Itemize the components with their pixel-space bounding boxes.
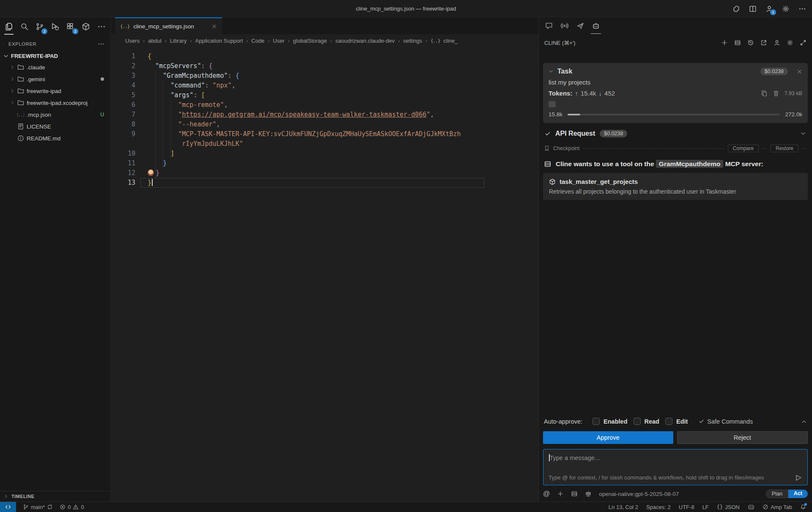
eol-sequence[interactable]: LF xyxy=(702,504,709,510)
mention-icon[interactable]: @ xyxy=(543,490,550,498)
code-editor[interactable]: 1{2 "mcpServers": {3 "GramMcpauthdemo": … xyxy=(111,47,538,188)
tree-item-readme-md[interactable]: README.md xyxy=(0,132,110,144)
auto-approve-option-edit[interactable]: Edit xyxy=(665,418,688,425)
files-activity-icon[interactable] xyxy=(4,22,14,32)
copy-icon[interactable] xyxy=(761,90,768,97)
checkbox[interactable] xyxy=(665,418,672,425)
breadcrumb-item[interactable]: Code xyxy=(251,38,264,44)
problems-item[interactable]: 0 0 xyxy=(60,504,84,510)
tree-item--mcp-json[interactable]: {..}.mcp.jsonU xyxy=(0,109,110,120)
code-line[interactable]: rIyYmJpduLKJhLK" xyxy=(111,139,538,149)
tree-item-license[interactable]: LICENSE xyxy=(0,120,110,132)
comment-icon[interactable] xyxy=(545,22,553,30)
code-line[interactable]: 8 "--header", xyxy=(111,120,538,129)
model-name[interactable]: openai-native:gpt-5-2025-08-07 xyxy=(599,491,679,497)
tree-item-freewrite-ipad[interactable]: freewrite-ipad xyxy=(0,85,110,97)
broadcast-icon[interactable] xyxy=(561,22,568,30)
copilot-icon[interactable] xyxy=(748,504,754,510)
cline-robot-icon[interactable] xyxy=(592,22,600,30)
api-request-row[interactable]: API Request $0.0238 xyxy=(543,130,808,137)
rules-icon[interactable] xyxy=(571,490,578,497)
chevron-down-icon[interactable] xyxy=(800,131,806,137)
expand-icon[interactable] xyxy=(800,39,807,46)
task-card-header[interactable]: Task $0.0238 xyxy=(549,68,802,75)
breadcrumb-item[interactable]: Application Support xyxy=(195,38,243,44)
code-line[interactable]: 1{ xyxy=(111,52,538,61)
breadcrumb-item[interactable]: globalStorage xyxy=(293,38,327,44)
send-icon[interactable] xyxy=(795,474,802,482)
openai-icon[interactable] xyxy=(732,5,740,13)
debug-activity-icon[interactable] xyxy=(50,22,60,32)
tree-item-freewrite-ipad-xcodeproj[interactable]: freewrite-ipad.xcodeproj xyxy=(0,97,110,109)
notifications-bell-icon[interactable] xyxy=(800,504,806,510)
cursor-position[interactable]: Ln 13, Col 2 xyxy=(609,504,638,510)
task-close-icon[interactable] xyxy=(797,69,802,74)
code-line[interactable]: 5 "args": [ xyxy=(111,90,538,100)
indentation[interactable]: Spaces: 2 xyxy=(646,504,671,510)
trash-icon[interactable] xyxy=(773,90,779,97)
checkbox[interactable] xyxy=(593,418,600,425)
chevron-up-icon[interactable] xyxy=(801,419,807,424)
split-editor-icon[interactable] xyxy=(749,5,757,13)
mcp-servers-icon[interactable] xyxy=(734,39,741,46)
encoding[interactable]: UTF-8 xyxy=(679,504,694,510)
api-provider-icon[interactable] xyxy=(585,490,592,497)
checkbox[interactable] xyxy=(634,418,641,425)
tool-card[interactable]: task_master_get_projects Retrieves all p… xyxy=(543,173,808,200)
plan-mode-button[interactable]: Plan xyxy=(766,490,788,498)
code-line[interactable]: 4 "command": "npx", xyxy=(111,81,538,90)
code-line[interactable]: 11 } xyxy=(111,159,538,168)
restore-button[interactable]: Restore xyxy=(771,145,798,152)
code-line[interactable]: 7 "https://app.getgram.ai/mcp/speakeasy-… xyxy=(111,110,538,120)
panel-settings-icon[interactable] xyxy=(787,39,793,46)
breadcrumb-item[interactable]: settings xyxy=(403,38,422,44)
scm-activity-icon[interactable]: 2 xyxy=(35,22,44,32)
open-external-icon[interactable] xyxy=(760,39,767,46)
code-line[interactable]: 9 "MCP-TASK-MASTER-API-KEY:svCJUkmFUNZjG… xyxy=(111,129,538,139)
history-icon[interactable] xyxy=(747,39,754,46)
tab-cline-mcp-settings[interactable]: {..} cline_mcp_settings.json xyxy=(115,17,222,34)
code-line[interactable]: 6 "mcp-remote", xyxy=(111,100,538,110)
auto-approve-option-read[interactable]: Read xyxy=(634,418,659,425)
account-icon[interactable]: 1 xyxy=(765,5,773,13)
settings-gear-icon[interactable] xyxy=(782,5,790,13)
timeline-section[interactable]: TIMELINE xyxy=(0,491,110,501)
tree-item--claude[interactable]: .claude xyxy=(0,61,110,73)
git-branch-item[interactable]: main* xyxy=(23,504,53,510)
add-context-icon[interactable] xyxy=(557,490,564,497)
breadcrumb-item[interactable]: saoudrizwan.claude-dev xyxy=(335,38,395,44)
compare-button[interactable]: Compare xyxy=(728,145,759,152)
project-root-row[interactable]: FREEWRITE-IPAD xyxy=(0,51,110,61)
code-line[interactable]: 3 "GramMcpauthdemo": { xyxy=(111,71,538,81)
message-input[interactable]: Type a message... Type @ for context, / … xyxy=(543,449,808,485)
code-line[interactable]: 12} xyxy=(111,168,538,178)
breadcrumb-item[interactable]: cline_ xyxy=(444,38,458,44)
breadcrumb-item[interactable]: Library xyxy=(170,38,187,44)
tab-close-icon[interactable] xyxy=(211,24,217,29)
explorer-more-icon[interactable] xyxy=(98,41,104,47)
more-actions-icon[interactable] xyxy=(798,5,806,13)
act-mode-button[interactable]: Act xyxy=(788,490,808,498)
send-plane-icon[interactable] xyxy=(576,22,584,30)
reject-button[interactable]: Reject xyxy=(677,431,808,444)
approve-button[interactable]: Approve xyxy=(543,431,673,444)
extensions-activity-icon[interactable]: 2 xyxy=(66,22,75,32)
breadcrumb-item[interactable]: User xyxy=(273,38,284,44)
auto-approve-row[interactable]: Auto-approve: EnabledReadEdit Safe Comma… xyxy=(543,418,808,425)
remote-indicator[interactable] xyxy=(0,502,16,512)
amp-tab-item[interactable]: Amp Tab xyxy=(763,504,792,510)
sync-icon[interactable] xyxy=(47,504,53,510)
code-line[interactable]: 13} xyxy=(111,178,538,188)
code-line[interactable]: 10 ] xyxy=(111,149,538,159)
auto-approve-option-enabled[interactable]: Enabled xyxy=(593,418,627,425)
tree-item--gemini[interactable]: .gemini xyxy=(0,73,110,85)
breadcrumb-item[interactable]: abdul xyxy=(148,38,162,44)
breadcrumb-item[interactable]: Users xyxy=(125,38,140,44)
cube-activity-icon[interactable] xyxy=(81,22,91,32)
language-mode[interactable]: {}JSON xyxy=(717,504,740,510)
new-task-icon[interactable] xyxy=(721,39,728,46)
account-panel-icon[interactable] xyxy=(774,39,780,46)
more-activity-icon[interactable] xyxy=(97,22,106,32)
search-activity-icon[interactable] xyxy=(19,22,29,32)
code-line[interactable]: 2 "mcpServers": { xyxy=(111,61,538,71)
